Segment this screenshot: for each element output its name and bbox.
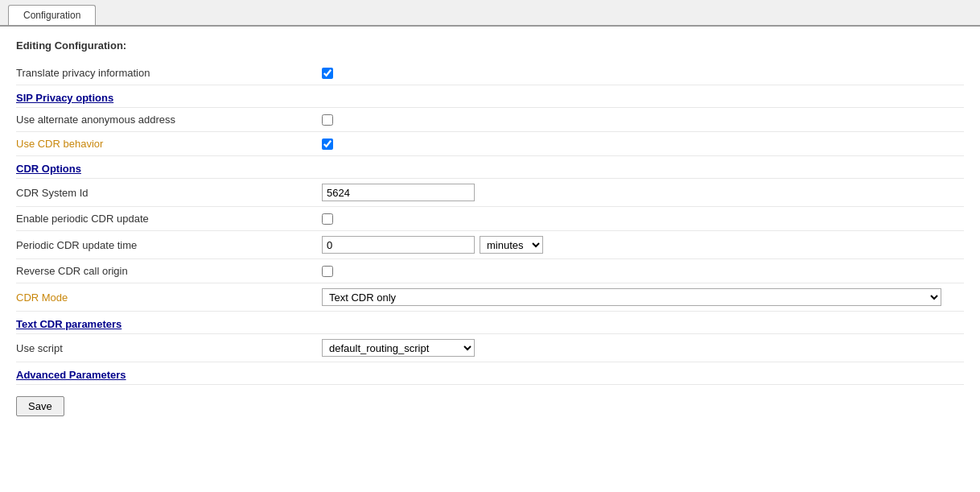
- select-minutes[interactable]: minutes seconds hours: [480, 236, 543, 254]
- tab-configuration[interactable]: Configuration: [8, 5, 96, 25]
- section-title: Editing Configuration:: [16, 39, 964, 52]
- cdr-options-header: CDR Options: [16, 156, 964, 179]
- label-cdr-mode: CDR Mode: [16, 291, 322, 304]
- control-use-cdr: [322, 139, 964, 150]
- advanced-params-header: Advanced Parameters: [16, 362, 964, 385]
- text-cdr-header: Text CDR parameters: [16, 312, 964, 334]
- select-cdr-mode[interactable]: Text CDR only Binary CDR only Both: [322, 288, 941, 306]
- control-use-script: default_routing_script custom_script: [322, 339, 964, 357]
- label-translate-privacy: Translate privacy information: [16, 67, 322, 79]
- checkbox-reverse-cdr[interactable]: [322, 266, 333, 277]
- checkbox-use-cdr[interactable]: [322, 139, 333, 150]
- label-use-script: Use script: [16, 342, 322, 354]
- control-periodic-time: minutes seconds hours: [322, 236, 964, 254]
- row-reverse-cdr: Reverse CDR call origin: [16, 259, 964, 283]
- text-cdr-title[interactable]: Text CDR parameters: [16, 318, 121, 330]
- save-button[interactable]: Save: [16, 396, 64, 416]
- select-use-script[interactable]: default_routing_script custom_script: [322, 339, 475, 357]
- checkbox-use-alternate[interactable]: [322, 114, 333, 126]
- checkbox-translate-privacy[interactable]: [322, 68, 333, 79]
- row-enable-periodic: Enable periodic CDR update: [16, 207, 964, 231]
- row-use-script: Use script default_routing_script custom…: [16, 334, 964, 362]
- input-cdr-system-id[interactable]: [322, 184, 475, 201]
- row-cdr-mode: CDR Mode Text CDR only Binary CDR only B…: [16, 283, 964, 312]
- control-translate-privacy: [322, 68, 964, 79]
- control-enable-periodic: [322, 213, 964, 225]
- checkbox-enable-periodic[interactable]: [322, 213, 333, 225]
- row-translate-privacy: Translate privacy information: [16, 61, 964, 85]
- sip-privacy-title[interactable]: SIP Privacy options: [16, 92, 113, 104]
- label-enable-periodic: Enable periodic CDR update: [16, 213, 322, 225]
- row-periodic-time: Periodic CDR update time minutes seconds…: [16, 231, 964, 259]
- sip-privacy-header: SIP Privacy options: [16, 85, 964, 108]
- row-use-alternate: Use alternate anonymous address: [16, 108, 964, 132]
- cdr-options-title[interactable]: CDR Options: [16, 163, 81, 175]
- label-reverse-cdr: Reverse CDR call origin: [16, 265, 322, 277]
- label-cdr-system-id: CDR System Id: [16, 187, 322, 199]
- control-cdr-system-id: [322, 184, 964, 201]
- tab-bar: Configuration: [0, 0, 980, 27]
- content-area: Editing Configuration: Translate privacy…: [0, 27, 980, 429]
- row-cdr-system-id: CDR System Id: [16, 179, 964, 207]
- label-periodic-time: Periodic CDR update time: [16, 239, 322, 251]
- label-use-alternate: Use alternate anonymous address: [16, 114, 322, 126]
- row-use-cdr: Use CDR behavior: [16, 132, 964, 156]
- input-periodic-time[interactable]: [322, 236, 475, 254]
- control-cdr-mode: Text CDR only Binary CDR only Both: [322, 288, 964, 306]
- advanced-params-title[interactable]: Advanced Parameters: [16, 369, 126, 381]
- control-use-alternate: [322, 114, 964, 126]
- label-use-cdr: Use CDR behavior: [16, 138, 322, 150]
- control-reverse-cdr: [322, 266, 964, 277]
